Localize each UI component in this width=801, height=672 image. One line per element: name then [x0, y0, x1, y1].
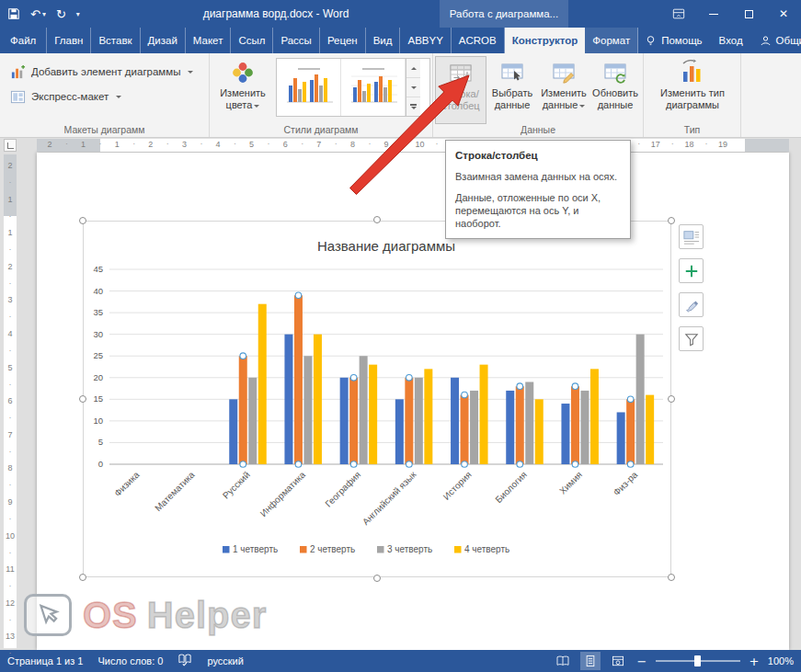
edit-data-button[interactable]: Изменить данные — [538, 56, 589, 124]
window-controls: ✕ — [661, 0, 801, 28]
zoom-level[interactable]: 100% — [768, 655, 794, 666]
ribbon-group-type: Изменить тип диаграммы Тип — [644, 53, 741, 137]
tab-home[interactable]: Главн — [47, 28, 91, 53]
tab-mailings[interactable]: Рассы — [273, 28, 319, 53]
vertical-ruler[interactable]: 2·1·1·2·3·4·5·6·7·8·9·10·11·12·13· — [4, 154, 17, 648]
quick-layout-button[interactable]: Экспресс-макет — [6, 86, 126, 107]
language-indicator[interactable]: русский — [207, 655, 243, 666]
close-button[interactable]: ✕ — [766, 0, 801, 28]
document-page[interactable]: 051015202530354045Название диаграммыФизи… — [37, 153, 789, 650]
page-indicator[interactable]: Страница 1 из 1 — [7, 655, 83, 666]
status-bar-left: Страница 1 из 1 Число слов: 0 русский — [0, 654, 244, 668]
watermark-helper: Helper — [147, 595, 268, 635]
svg-text:1 четверть: 1 четверть — [233, 544, 278, 554]
ribbon-group-chart-layouts: Добавить элемент диаграммы Экспресс-маке… — [0, 53, 210, 137]
resize-handle-bottom-middle[interactable] — [373, 575, 381, 582]
proofing-icon — [177, 654, 192, 666]
title-bar: ↶▾ ↻ ▾ диаграмма ворд.docx - Word Работа… — [0, 0, 801, 28]
svg-text:4 четверть: 4 четверть — [464, 544, 509, 554]
svg-text:Физика: Физика — [112, 469, 142, 498]
refresh-data-label-2: данные — [598, 99, 634, 111]
chart-filters-funnel-icon — [684, 332, 699, 347]
select-data-button[interactable]: Выбрать данные — [486, 56, 538, 124]
svg-text:0: 0 — [98, 459, 103, 469]
web-layout-button[interactable] — [608, 652, 628, 670]
window-title: диаграмма ворд.docx - Word — [138, 7, 414, 20]
status-bar-right: − + 100% — [553, 652, 801, 670]
chart-filters-button[interactable] — [679, 326, 704, 351]
chart-elements-button[interactable] — [679, 258, 704, 283]
minimize-button[interactable] — [696, 0, 731, 28]
qat-customize-icon: ▾ — [76, 10, 80, 18]
watermark: OSHelper — [24, 594, 267, 636]
svg-text:История: История — [441, 470, 474, 502]
tab-view[interactable]: Вид — [366, 28, 401, 53]
tab-abbyy[interactable]: ABBYY — [400, 28, 451, 53]
read-mode-icon — [555, 655, 570, 666]
layout-options-button[interactable] — [679, 224, 704, 249]
svg-text:45: 45 — [93, 264, 103, 274]
zoom-in-button[interactable]: + — [748, 655, 761, 668]
resize-handle-bottom-left[interactable] — [79, 574, 86, 581]
resize-handle-top-right[interactable] — [668, 217, 675, 224]
chevron-down-icon — [188, 71, 193, 76]
edit-data-label-2: данные — [543, 99, 578, 111]
redo-button[interactable]: ↻ — [56, 7, 66, 21]
lightbulb-icon — [645, 35, 657, 47]
tell-me-button[interactable]: Помощь — [638, 28, 708, 53]
resize-handle-middle-right[interactable] — [668, 395, 675, 403]
tab-layout[interactable]: Макет — [186, 28, 232, 53]
tab-chart-format[interactable]: Формат — [585, 28, 638, 53]
chart-style-thumbnail-1[interactable] — [277, 59, 341, 116]
ribbon-display-options-button[interactable] — [661, 0, 696, 28]
ruler-tab-selector[interactable] — [4, 139, 17, 152]
add-chart-element-button[interactable]: Добавить элемент диаграммы — [6, 62, 198, 82]
document-area: 051015202530354045Название диаграммыФизи… — [0, 153, 801, 650]
customize-qat-button[interactable]: ▾ — [76, 10, 80, 18]
svg-text:30: 30 — [93, 329, 103, 339]
zoom-out-button[interactable]: − — [635, 655, 648, 668]
share-label: Общий доступ — [776, 35, 801, 46]
resize-handle-bottom-right[interactable] — [668, 574, 675, 581]
resize-handle-top-middle[interactable] — [373, 216, 381, 223]
ribbon-display-options-icon — [672, 7, 685, 20]
print-layout-button[interactable] — [580, 652, 601, 670]
maximize-button[interactable] — [731, 0, 766, 28]
tab-review[interactable]: Рецен — [320, 28, 366, 53]
zoom-slider[interactable] — [656, 652, 740, 670]
tab-design[interactable]: Дизай — [141, 28, 186, 53]
tab-references[interactable]: Ссыл — [231, 28, 273, 53]
change-colors-button[interactable]: Изменить цвета — [213, 56, 272, 124]
resize-handle-middle-left[interactable] — [79, 395, 86, 403]
word-count[interactable]: Число слов: 0 — [97, 655, 163, 666]
tab-chart-design[interactable]: Конструктор — [505, 28, 586, 53]
share-button[interactable]: Общий доступ — [753, 28, 801, 53]
change-chart-type-label-2: диаграммы — [666, 99, 719, 111]
tab-acrobat[interactable]: ACROB — [452, 28, 505, 53]
svg-text:Название диаграммы: Название диаграммы — [317, 238, 455, 254]
svg-text:Информатика: Информатика — [258, 469, 308, 518]
proofing-button[interactable] — [177, 654, 192, 668]
chart-styles-button[interactable] — [679, 292, 704, 317]
svg-text:Английский язык: Английский язык — [360, 469, 418, 527]
sign-in-button[interactable]: Вход — [713, 28, 750, 53]
svg-text:20: 20 — [93, 372, 103, 382]
resize-handle-top-left[interactable] — [79, 217, 86, 224]
save-button[interactable] — [7, 7, 20, 20]
layout-options-icon — [682, 229, 701, 245]
chart-object[interactable]: 051015202530354045Название диаграммыФизи… — [83, 221, 671, 577]
tab-insert[interactable]: Вставк — [91, 28, 140, 53]
change-chart-type-button[interactable]: Изменить тип диаграммы — [652, 56, 733, 124]
refresh-data-button[interactable]: Обновить данные — [589, 56, 641, 124]
tab-file[interactable]: Файл — [0, 28, 47, 53]
save-icon — [7, 7, 20, 20]
change-colors-label-1: Изменить — [220, 87, 266, 99]
undo-button[interactable]: ↶▾ — [30, 7, 46, 21]
read-mode-button[interactable] — [553, 652, 573, 670]
svg-text:Химия: Химия — [557, 470, 584, 496]
watermark-logo-box — [24, 594, 72, 636]
svg-text:География: География — [323, 470, 362, 509]
zoom-slider-thumb[interactable] — [694, 655, 701, 666]
change-colors-icon — [231, 61, 255, 85]
bar-chart[interactable]: 051015202530354045Название диаграммыФизи… — [84, 222, 670, 576]
